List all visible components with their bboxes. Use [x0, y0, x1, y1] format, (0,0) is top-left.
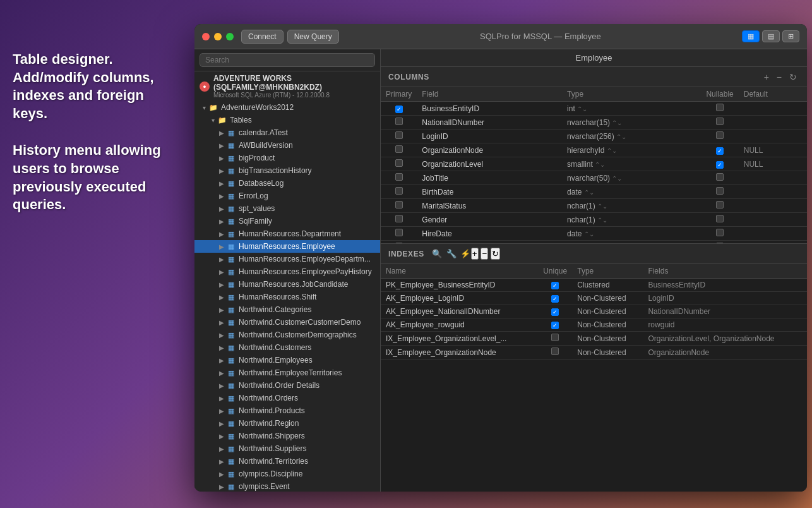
tree-item-label: AWBuildVersion	[239, 141, 293, 150]
list-item[interactable]: ▶ ▦ Northwind.Territories	[194, 455, 380, 468]
primary-checkbox[interactable]	[395, 243, 403, 243]
list-item[interactable]: ▶ ▦ Northwind.Region	[194, 417, 380, 430]
list-item[interactable]: ▶ ▦ Northwind.Products	[194, 404, 380, 417]
list-item[interactable]: ▶ ▦ HumanResources.EmployeePayHistory	[194, 265, 380, 278]
list-item[interactable]: ▶ ▦ SqlFamily	[194, 215, 380, 227]
search-input[interactable]	[200, 53, 375, 67]
server-item[interactable]: ● ADVENTURE WORKS (SQLFAMILY@MHKNBN2KDZ)…	[194, 71, 380, 101]
list-item[interactable]: ▶ ▦ Northwind.Orders	[194, 392, 380, 404]
table-row[interactable]: OrganizationNode hierarchyId ⌃⌄ NULL	[381, 143, 807, 157]
list-item[interactable]: ▶ ▦ Northwind.Order Details	[194, 379, 380, 392]
index-fields-cell: LoginID	[643, 292, 807, 305]
table-row[interactable]: AK_Employee_NationalIDNumber Non-Cluster…	[381, 305, 807, 318]
minimize-button[interactable]	[214, 33, 222, 40]
table-row[interactable]: BusinessEntityID int ⌃⌄	[381, 102, 807, 116]
remove-column-button[interactable]: −	[774, 72, 784, 82]
table-row[interactable]: BirthDate date ⌃⌄	[381, 185, 807, 199]
list-item[interactable]: ▶ ▦ calendar.ATest	[194, 126, 380, 139]
table-row[interactable]: JobTitle nvarchar(50) ⌃⌄	[381, 171, 807, 185]
list-item[interactable]: ▶ ▦ HumanResources.EmployeeDepartm...	[194, 253, 380, 265]
nullable-checkbox[interactable]	[716, 147, 724, 155]
view-btn-1[interactable]: ▦	[742, 30, 760, 42]
table-row[interactable]: IX_Employee_OrganizationLevel_... Non-Cl…	[381, 332, 807, 346]
list-item[interactable]: ▶ ▦ HumanResources.Shift	[194, 291, 380, 303]
tables-folder[interactable]: ▾ 📁 Tables	[194, 114, 380, 126]
add-index-button[interactable]: +	[471, 248, 479, 260]
database-item[interactable]: ▾ 📁 AdventureWorks2012	[194, 101, 380, 114]
primary-checkbox[interactable]	[395, 106, 403, 113]
nullable-checkbox[interactable]	[716, 229, 724, 236]
indexes-label: INDEXES	[388, 250, 424, 258]
nullable-checkbox[interactable]	[716, 201, 724, 209]
maximize-button[interactable]	[226, 33, 234, 40]
new-query-button[interactable]: New Query	[287, 30, 339, 44]
close-button[interactable]	[202, 33, 210, 40]
list-item[interactable]: ▶ ▦ bigTransactionHistory	[194, 164, 380, 177]
table-row[interactable]: NationalIDNumber nvarchar(15) ⌃⌄	[381, 116, 807, 130]
wrench-icon[interactable]: 🔧	[446, 249, 457, 258]
lightning-icon[interactable]: ⚡	[460, 249, 471, 258]
list-item[interactable]: ▶ ▦ spt_values	[194, 202, 380, 215]
list-item[interactable]: ▶ ▦ DatabaseLog	[194, 177, 380, 190]
table-row[interactable]: AK_Employee_LoginID Non-Clustered LoginI…	[381, 292, 807, 305]
search-icon[interactable]: 🔍	[432, 249, 443, 258]
nullable-checkbox[interactable]	[716, 118, 724, 125]
nullable-checkbox[interactable]	[716, 131, 724, 139]
primary-checkbox[interactable]	[395, 159, 403, 167]
sidebar-item-olympics-event[interactable]: ▶ ▦ olympics.Event	[194, 480, 380, 492]
unique-checkbox[interactable]	[551, 295, 559, 303]
index-type-cell: Non-Clustered	[572, 292, 643, 305]
primary-checkbox[interactable]	[395, 187, 403, 195]
primary-checkbox[interactable]	[395, 131, 403, 139]
table-row[interactable]: AK_Employee_rowguid Non-Clustered rowgui…	[381, 318, 807, 332]
list-item[interactable]: ▶ ▦ Northwind.Suppliers	[194, 442, 380, 455]
primary-checkbox[interactable]	[395, 145, 403, 153]
list-item[interactable]: ▶ ▦ AWBuildVersion	[194, 139, 380, 152]
connect-button[interactable]: Connect	[241, 30, 284, 44]
list-item[interactable]: ▶ ▦ bigProduct	[194, 152, 380, 164]
list-item[interactable]: ▶ ▦ ErrorLog	[194, 190, 380, 202]
nullable-checkbox[interactable]	[716, 173, 724, 181]
table-row[interactable]: IX_Employee_OrganizationNode Non-Cluster…	[381, 346, 807, 360]
list-item[interactable]: ▶ ▦ Northwind.Shippers	[194, 430, 380, 442]
refresh-columns-button[interactable]: ↻	[787, 72, 799, 82]
type-cell: int ⌃⌄	[562, 102, 701, 116]
nullable-checkbox[interactable]	[716, 243, 724, 243]
list-item[interactable]: ▶ ▦ HumanResources.JobCandidate	[194, 278, 380, 291]
table-row[interactable]: PK_Employee_BusinessEntityID Clustered B…	[381, 279, 807, 292]
unique-checkbox[interactable]	[551, 334, 559, 341]
table-row[interactable]: OrganizationLevel smallint ⌃⌄ NULL	[381, 157, 807, 171]
primary-checkbox[interactable]	[395, 118, 403, 125]
list-item[interactable]: ▶ ▦ Northwind.EmployeeTerritories	[194, 366, 380, 379]
nullable-checkbox[interactable]	[716, 104, 724, 111]
table-row[interactable]: Gender nchar(1) ⌃⌄	[381, 213, 807, 227]
sidebar-item-olympics-discipline[interactable]: ▶ ▦ olympics.Discipline	[194, 468, 380, 480]
unique-checkbox[interactable]	[551, 348, 559, 355]
primary-checkbox[interactable]	[395, 229, 403, 236]
table-row[interactable]: MaritalStatus nchar(1) ⌃⌄	[381, 199, 807, 213]
unique-checkbox[interactable]	[551, 322, 559, 329]
list-item[interactable]: ▶ ▦ Northwind.Employees	[194, 354, 380, 366]
nullable-checkbox[interactable]	[716, 187, 724, 195]
unique-checkbox[interactable]	[551, 282, 559, 289]
view-btn-3[interactable]: ⊞	[782, 30, 799, 42]
table-row[interactable]: HireDate date ⌃⌄	[381, 227, 807, 241]
refresh-indexes-button[interactable]: ↻	[491, 248, 500, 260]
list-item[interactable]: ▶ ▦ HumanResources.Department	[194, 227, 380, 240]
table-row[interactable]: LoginID nvarchar(256) ⌃⌄	[381, 130, 807, 143]
view-btn-2[interactable]: ▤	[762, 30, 780, 42]
nullable-checkbox[interactable]	[716, 215, 724, 222]
list-item[interactable]: ▶ ▦ Northwind.Categories	[194, 303, 380, 316]
nullable-checkbox[interactable]	[716, 161, 724, 169]
remove-index-button[interactable]: −	[481, 248, 488, 260]
add-column-button[interactable]: +	[761, 72, 772, 82]
list-item[interactable]: ▶ ▦ Northwind.CustomerDemographics	[194, 329, 380, 341]
list-item[interactable]: ▶ ▦ HumanResources.Employee	[194, 240, 380, 253]
list-item[interactable]: ▶ ▦ Northwind.Customers	[194, 341, 380, 354]
primary-checkbox[interactable]	[395, 201, 403, 209]
primary-checkbox[interactable]	[395, 215, 403, 222]
list-item[interactable]: ▶ ▦ Northwind.CustomerCustomerDemo	[194, 316, 380, 329]
table-row[interactable]: SalariedFlag flag(1) ⌃⌄ 1	[381, 241, 807, 244]
unique-checkbox[interactable]	[551, 308, 559, 316]
primary-checkbox[interactable]	[395, 173, 403, 181]
